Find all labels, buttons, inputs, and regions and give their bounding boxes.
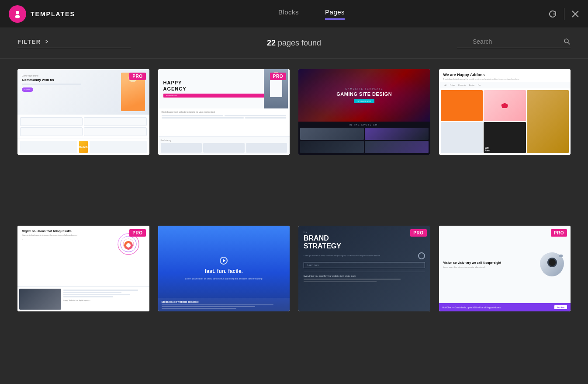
card-preview: We are Happy Addons A paris based digita… <box>439 69 571 155</box>
search-input[interactable] <box>473 38 560 45</box>
pages-found-text: pages found <box>276 38 321 47</box>
template-card-community[interactable]: PRO Grow your online Community with us E… <box>17 69 149 155</box>
filter-label: FILTER <box>17 38 41 45</box>
pages-count: 22 <box>267 38 276 47</box>
header-divider <box>564 8 564 20</box>
template-card-gaming[interactable]: GAMESITE TEMPLATE Gaming Site Design UPG… <box>298 69 430 155</box>
card-features <box>17 115 149 139</box>
logo-area: TEMPLATES <box>9 5 87 23</box>
svg-point-0 <box>16 11 19 14</box>
refresh-button[interactable] <box>548 10 557 18</box>
pro-badge: PRO <box>551 229 567 237</box>
svg-line-5 <box>568 42 570 44</box>
pages-found: 22 pages found <box>140 38 448 48</box>
pro-badge: PRO <box>270 73 286 80</box>
template-grid: PRO Grow your online Community with us E… <box>0 59 588 384</box>
template-card-agency[interactable]: PRO HAPPYAGENCY Schedule now Block based… <box>158 69 290 155</box>
header-tabs: Blocks Pages <box>87 8 536 20</box>
card-preview: HAPPYAGENCY Schedule now Block based bes… <box>158 69 290 155</box>
tab-pages[interactable]: Pages <box>325 8 345 20</box>
toolbar: FILTER 22 pages found <box>0 28 588 59</box>
template-card-facile[interactable]: fast. fun. facile. Lorem ipsum dolor sit… <box>158 226 290 311</box>
app-title: TEMPLATES <box>31 10 75 17</box>
template-card-addons[interactable]: We are Happy Addons A paris based digita… <box>439 69 571 155</box>
template-card-ux-brand[interactable]: PRO UX BRANDSTRATEGY Lorem ipsum dolor s… <box>298 226 430 311</box>
header: TEMPLATES Blocks Pages <box>0 0 588 28</box>
filter-area[interactable]: FILTER <box>17 38 131 48</box>
pro-badge: PRO <box>129 73 145 80</box>
search-area <box>457 38 571 48</box>
search-icon <box>564 38 571 45</box>
close-button[interactable] <box>571 10 579 18</box>
filter-arrow-icon <box>45 39 49 44</box>
svg-point-1 <box>15 15 20 18</box>
card-preview: UX BRANDSTRATEGY Lorem ipsum dolor sit a… <box>298 226 430 311</box>
card-preview: Vision so visionary we call it supersigh… <box>439 226 571 311</box>
pro-badge: PRO <box>410 229 426 237</box>
pro-badge: PRO <box>129 229 145 237</box>
header-actions <box>536 8 579 20</box>
template-card-digital[interactable]: PRO Digital solutions that bring results… <box>17 226 149 311</box>
card-preview: GAMESITE TEMPLATE Gaming Site Design UPG… <box>298 69 430 155</box>
tab-blocks[interactable]: Blocks <box>278 8 299 20</box>
template-card-supersight[interactable]: PRO Vision so visionary we call it super… <box>439 226 571 311</box>
card-preview: Digital solutions that bring results Str… <box>17 226 149 311</box>
card-preview: Grow your online Community with us Explo… <box>17 69 149 155</box>
logo-icon <box>9 5 26 23</box>
card-preview: fast. fun. facile. Lorem ipsum dolor sit… <box>158 226 290 311</box>
